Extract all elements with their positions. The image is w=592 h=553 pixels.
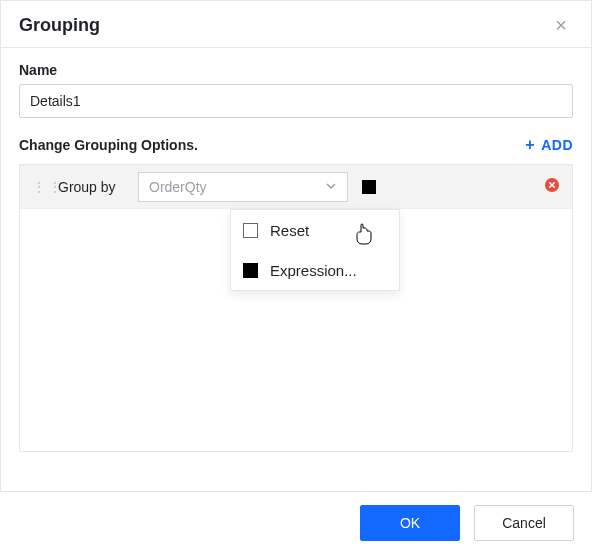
- cancel-button[interactable]: Cancel: [474, 505, 574, 541]
- ok-button[interactable]: OK: [360, 505, 460, 541]
- popup-item-label: Reset: [270, 222, 309, 239]
- close-button[interactable]: ×: [549, 13, 573, 37]
- row-label: Group by: [58, 179, 124, 195]
- dropdown-popup: Reset Expression...: [230, 209, 400, 291]
- add-button-label: ADD: [541, 137, 573, 153]
- dialog-body: Name Change Grouping Options. + ADD ⋮⋮ G…: [1, 48, 591, 452]
- delete-icon: [544, 177, 560, 196]
- name-label: Name: [19, 62, 573, 78]
- color-swatch[interactable]: [362, 180, 376, 194]
- section-header: Change Grouping Options. + ADD: [19, 136, 573, 154]
- close-icon: ×: [555, 14, 567, 36]
- section-title: Change Grouping Options.: [19, 137, 198, 153]
- popup-item-reset[interactable]: Reset: [231, 210, 399, 250]
- popup-item-expression[interactable]: Expression...: [231, 250, 399, 290]
- swatch-white-icon: [243, 223, 258, 238]
- grouping-panel: ⋮⋮ Group by OrderQty: [19, 164, 573, 452]
- chevron-down-icon: [325, 179, 337, 195]
- groupby-dropdown[interactable]: OrderQty: [138, 172, 348, 202]
- titlebar: Grouping ×: [1, 1, 591, 48]
- dialog-title: Grouping: [19, 15, 100, 36]
- delete-row-button[interactable]: [544, 177, 560, 196]
- plus-icon: +: [525, 136, 535, 154]
- drag-handle-icon[interactable]: ⋮⋮: [32, 180, 44, 194]
- dropdown-value: OrderQty: [149, 179, 207, 195]
- swatch-black-icon: [243, 263, 258, 278]
- grouping-row: ⋮⋮ Group by OrderQty: [20, 165, 572, 209]
- add-button[interactable]: + ADD: [525, 136, 573, 154]
- dialog-footer: OK Cancel: [0, 491, 592, 553]
- name-input[interactable]: [19, 84, 573, 118]
- popup-item-label: Expression...: [270, 262, 357, 279]
